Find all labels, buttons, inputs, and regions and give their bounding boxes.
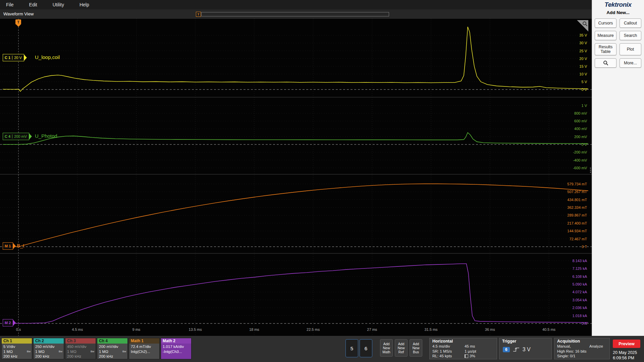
channel-setting-text: 200 kHz	[35, 354, 49, 359]
measure-button[interactable]: Measure	[595, 31, 616, 40]
channel-tag-label: C 1	[5, 56, 10, 60]
x-axis-label: 4.5 ms	[72, 327, 83, 331]
trigger-source-badge[interactable]: 6	[503, 347, 510, 352]
bandwidth-indicator: Bw	[91, 349, 94, 354]
channel-setting-row: 1 MΩBw	[67, 349, 94, 354]
callout-button[interactable]: Callout	[620, 18, 641, 28]
preview-button[interactable]: Preview	[613, 340, 640, 348]
plot-button[interactable]: Plot	[620, 43, 641, 55]
trace-m2[interactable]	[3, 264, 588, 323]
menu-item-utility[interactable]: Utility	[53, 2, 64, 7]
channel-setting-text: Intg(Ch2)...	[131, 349, 150, 354]
add-new-ref-button[interactable]: AddNewRef	[395, 339, 408, 357]
channel-setting-text: 450 mV/div	[67, 344, 87, 349]
y-axis-label: 10 V	[579, 72, 587, 76]
trace-label-m1: B_t	[17, 243, 24, 248]
y-axis-label: 0 V	[581, 87, 587, 92]
channel-setting-text: 1 MΩ	[3, 349, 13, 354]
channel-setting-text: 250 mV/div	[35, 344, 55, 349]
add-new-math-button[interactable]: AddNewMath	[380, 339, 393, 357]
add-new-bus-button[interactable]: AddNewBus	[410, 339, 422, 357]
channel-settings: 450 mV/div1 MΩBw200 kHz	[65, 344, 96, 359]
y-axis-label: 434.801 mT	[567, 197, 587, 202]
trigger-flag-icon[interactable]: T	[15, 19, 21, 24]
y-axis-label: 3.054 kA	[573, 298, 587, 302]
more-button[interactable]: More...	[620, 58, 641, 68]
channel-badge-math-1[interactable]: Math 172.4 mT/divIntg(Ch2)...	[129, 338, 160, 359]
date-label: 20 May 2025	[613, 350, 637, 355]
y-axis-label: 4.072 kA	[573, 290, 587, 294]
search-button[interactable]: Search	[620, 31, 641, 40]
tag-arrow	[13, 243, 16, 249]
y-axis-label: 0 A	[582, 321, 587, 326]
waveform-view-titlebar: Waveform View T	[0, 9, 592, 19]
cursors-button[interactable]: Cursors	[595, 18, 616, 28]
y-axis-label: 600 mV	[574, 119, 587, 123]
channel-setting-row: 5 V/div	[3, 344, 31, 349]
y-axis-label: 1 V	[581, 103, 587, 108]
channel-badge-ch-3[interactable]: Ch 3450 mV/div1 MΩBw200 kHz	[65, 338, 96, 359]
settings-bar: Ch 15 V/div1 MΩBw200 kHzCh 2250 mV/div1 …	[0, 336, 644, 362]
channel-setting-text: 1 MΩ	[99, 349, 108, 354]
channel-vertical-scale: 200 mV	[12, 134, 27, 138]
y-axis-label: 5.090 kA	[573, 282, 587, 287]
channel-6-button[interactable]: 6	[360, 339, 372, 357]
trace-label-c4: U_Photod	[35, 133, 57, 139]
channel-setting-row: 200 kHz	[35, 354, 62, 359]
y-axis-label: 25 V	[579, 49, 587, 53]
y-axis-label: 579.734 mT	[567, 182, 587, 186]
trigger-level: 3 V	[523, 347, 531, 353]
menu-item-file[interactable]: File	[6, 2, 14, 7]
channel-badge-ch-4[interactable]: Ch 4200 mV/div1 MΩBw200 kHz	[97, 338, 128, 359]
channel-vertical-scale: 20 V	[12, 56, 22, 60]
y-axis-label: 289.867 mT	[567, 213, 587, 218]
zoom-button[interactable]	[595, 58, 616, 68]
trace-c4[interactable]	[3, 133, 588, 144]
y-axis-label: 2.036 kA	[573, 305, 587, 310]
panel-drag-handle[interactable]	[590, 168, 591, 173]
channel-settings: 200 mV/div1 MΩBw200 kHz	[97, 344, 127, 359]
acquisition-panel[interactable]: Acquisition Manual, Analyze High Res: 16…	[554, 338, 610, 359]
channel-setting-text: 5 V/div	[3, 344, 15, 349]
horizontal-overview-bar[interactable]: T	[201, 12, 389, 16]
y-axis-label: 0 V	[581, 142, 587, 147]
channel-tag-label: M 2	[5, 321, 11, 325]
channel-badge-ch-2[interactable]: Ch 2250 mV/div1 MΩBw200 kHz	[33, 338, 64, 359]
menu-item-edit[interactable]: Edit	[29, 2, 37, 7]
y-axis-label: 200 mV	[574, 134, 587, 139]
channel-badge-math-2[interactable]: Math 21.017 kA/div-Intg(Ch3...	[161, 338, 192, 359]
results-table-button[interactable]: Results Table	[595, 43, 616, 55]
acquisition-analyze: Analyze	[589, 344, 603, 349]
label-line: Add	[410, 342, 422, 346]
label-line: Bus	[410, 350, 422, 354]
y-axis-label: 35 V	[579, 33, 587, 38]
trigger-panel[interactable]: Trigger 6 3 V	[499, 338, 552, 359]
y-axis-label: 144.934 mT	[567, 229, 587, 233]
tag-arrow	[24, 54, 27, 61]
trigger-panel-title: Trigger	[499, 338, 551, 344]
y-axis-label: 217.400 mT	[567, 221, 587, 226]
tag-arrow	[29, 133, 32, 140]
channel-tag-m2[interactable]: M 2	[3, 319, 13, 326]
y-axis-label: 30 V	[579, 41, 587, 45]
channel-tag-c1[interactable]: C 120 V	[3, 54, 24, 61]
channel-settings: 1.017 kA/div-Intg(Ch3...	[161, 344, 191, 359]
horizontal-window: 45 ms	[465, 344, 475, 349]
waveform-display[interactable]: T 0 s4.5 ms9 ms13.5 ms18 ms22.5 ms27 ms3…	[0, 19, 592, 336]
horizontal-scale: 4.5 ms/div	[432, 344, 465, 349]
channel-badge-ch-1[interactable]: Ch 15 V/div1 MΩBw200 kHz	[1, 338, 32, 359]
channel-name: Ch 4	[97, 338, 127, 344]
channel-tag-m1[interactable]: M 1	[3, 242, 13, 250]
record-percent: 3%	[470, 354, 475, 359]
menu-item-help[interactable]: Help	[79, 2, 89, 7]
channel-setting-row: 200 kHz	[67, 354, 94, 359]
x-axis-label: 31.5 ms	[424, 327, 437, 331]
y-axis-label: 507.267 mT	[567, 189, 587, 194]
channel-tag-c4[interactable]: C 4200 mV	[3, 133, 29, 140]
horizontal-panel[interactable]: Horizontal 4.5 ms/div 45 ms SR: 1 MS/s 1…	[429, 338, 497, 359]
channel-setting-text: -Intg(Ch3...	[163, 349, 182, 354]
channel-setting-text: 200 kHz	[67, 354, 81, 359]
x-axis-label: 40.5 ms	[542, 327, 555, 331]
channel-5-button[interactable]: 5	[345, 339, 358, 357]
channel-setting-row: 1 MΩBw	[99, 349, 126, 354]
